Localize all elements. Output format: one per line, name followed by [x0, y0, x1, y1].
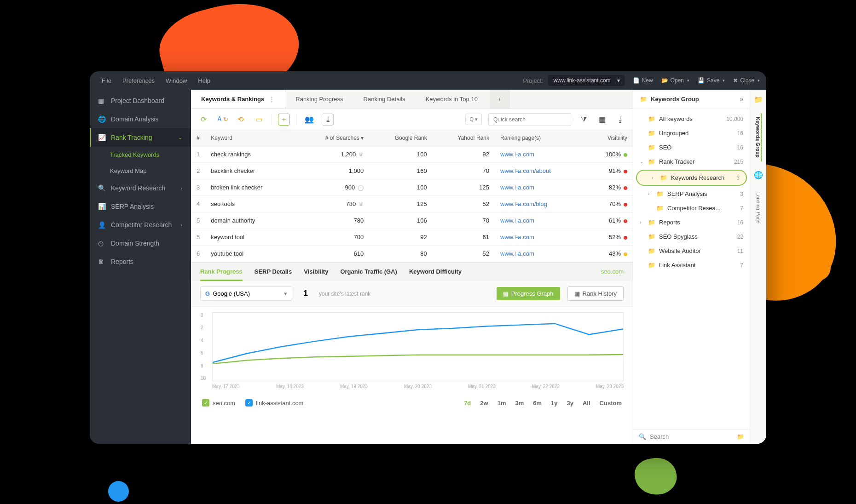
range-1m[interactable]: 1m	[497, 400, 506, 407]
dtab-rank-progress[interactable]: Rank Progress	[200, 268, 243, 281]
range-custom[interactable]: Custom	[600, 400, 622, 407]
menu-window[interactable]: Window	[160, 77, 192, 84]
range-2w[interactable]: 2w	[480, 400, 488, 407]
cell-visibility: 91%	[585, 163, 633, 179]
close-button[interactable]: ✖Close▾	[733, 77, 760, 84]
collapse-icon[interactable]: »	[740, 96, 743, 103]
rp-item[interactable]: ›📁Reports16	[633, 215, 750, 229]
nav-project-dashboard[interactable]: ▦ Project Dashboard	[90, 92, 191, 110]
refresh3-icon[interactable]: ⟲	[234, 114, 246, 126]
tab-ranking-progress[interactable]: Ranking Progress	[285, 90, 353, 109]
tab-add[interactable]: +	[490, 90, 510, 109]
menu-file[interactable]: File	[96, 77, 117, 84]
table-row[interactable]: 5domain authority78010670www.l-a.com61%	[191, 212, 633, 229]
page-link[interactable]: www.l-a.com/blog	[500, 200, 547, 207]
vtab-keywords-group[interactable]: Keywords Group	[755, 113, 762, 161]
rp-item[interactable]: 📁Competitor Resea...7	[633, 201, 750, 215]
page-link[interactable]: www.l-a.com	[500, 217, 534, 224]
close-icon: ✖	[733, 77, 738, 84]
rp-item[interactable]: ⌄📁Rank Tracker215	[633, 155, 750, 169]
legend-link-assistant[interactable]: ✓ link-assistant.com	[245, 399, 303, 407]
progress-graph-button[interactable]: ▤Progress Graph	[497, 287, 560, 300]
nav-keyword-map[interactable]: Keyword Map	[90, 163, 191, 179]
rp-item[interactable]: 📁Ungrouped16	[633, 126, 750, 140]
table-row[interactable]: 3broken link checker900◯100125www.l-a.co…	[191, 179, 633, 196]
col-keyword[interactable]: Keyword	[205, 130, 297, 146]
col-searches[interactable]: # of Searches ▾	[297, 130, 369, 146]
dtab-visibility[interactable]: Visibility	[304, 268, 328, 281]
dtab-keyword-difficulty[interactable]: Keyword Difficulty	[409, 268, 462, 281]
add-icon[interactable]: +	[278, 114, 290, 126]
open-button[interactable]: 📂Open▾	[661, 77, 689, 84]
cell-page: www.l-a.com	[495, 229, 585, 246]
table-row[interactable]: 4seo tools780♛12552www.l-a.com/blog70%	[191, 196, 633, 212]
range-all[interactable]: All	[583, 400, 590, 407]
save-button[interactable]: 💾Save▾	[698, 77, 725, 84]
wallet-icon[interactable]: ▭	[253, 114, 265, 126]
new-button[interactable]: 📄New	[633, 77, 653, 84]
dtab-organic-traffic[interactable]: Organic Traffic (GA)	[340, 268, 397, 281]
vtab-landing-page[interactable]: Landing Page	[756, 189, 761, 227]
col-yahoo[interactable]: Yahoo! Rank	[433, 130, 495, 146]
detail-site-link[interactable]: seo.com	[601, 268, 624, 281]
col-idx[interactable]: #	[191, 130, 205, 146]
menu-help[interactable]: Help	[192, 77, 216, 84]
nav-competitor-research[interactable]: 👤 Competitor Research ›	[90, 216, 191, 234]
table-row[interactable]: 1check rankings1,200♛10092www.l-a.com100…	[191, 146, 633, 163]
quick-search-input[interactable]	[488, 113, 571, 126]
rp-search-input[interactable]	[650, 433, 733, 440]
table-row[interactable]: 6youtube tool6108052www.l-a.com43%	[191, 246, 633, 262]
rp-item[interactable]: 📁Website Auditor11	[633, 244, 750, 258]
table-row[interactable]: 2backlink checker1,00016070www.l-a.com/a…	[191, 163, 633, 179]
range-1y[interactable]: 1y	[551, 400, 557, 407]
nav-tracked-keywords[interactable]: Tracked Keywords	[90, 147, 191, 163]
nav-rank-tracking[interactable]: 📈 Rank Tracking ⌄	[90, 128, 191, 147]
rp-item[interactable]: 📁SEO Spyglass22	[633, 229, 750, 244]
add-folder-icon[interactable]: 📁	[737, 433, 744, 440]
rp-item[interactable]: ›📁SERP Analysis3	[633, 187, 750, 201]
refresh-icon[interactable]: ⟳	[197, 114, 209, 126]
col-visibility[interactable]: Visibility	[585, 130, 633, 146]
nav-serp-analysis[interactable]: 📊 SERP Analysis	[90, 197, 191, 216]
y-tick: 0	[201, 313, 206, 318]
export-icon[interactable]: ⤓	[322, 114, 334, 126]
nav-domain-analysis[interactable]: 🌐 Domain Analysis	[90, 110, 191, 128]
download-icon[interactable]: ⭳	[614, 114, 626, 126]
col-pages[interactable]: Ranking page(s)	[495, 130, 585, 146]
page-link[interactable]: www.l-a.com	[500, 151, 534, 158]
nav-reports[interactable]: 🗎 Reports	[90, 252, 191, 271]
legend-seo[interactable]: ✓ seo.com	[202, 399, 235, 407]
engine-select[interactable]: GGoogle (USA)	[200, 286, 292, 301]
people-icon[interactable]: 👥	[303, 114, 315, 126]
page-link[interactable]: www.l-a.com	[500, 234, 534, 241]
table-row[interactable]: 5keyword tool7009261www.l-a.com52%	[191, 229, 633, 246]
page-link[interactable]: www.l-a.com/about	[500, 167, 551, 174]
menu-preferences[interactable]: Preferences	[117, 77, 160, 84]
dtab-serp-details[interactable]: SERP Details	[254, 268, 292, 281]
tab-keywords-top10[interactable]: Keywords in Top 10	[416, 90, 488, 109]
tab-keywords-rankings[interactable]: Keywords & Rankings⋮	[191, 90, 285, 109]
tab-ranking-details[interactable]: Ranking Details	[353, 90, 416, 109]
range-6m[interactable]: 6m	[533, 400, 542, 407]
nav-domain-strength[interactable]: ◷ Domain Strength	[90, 234, 191, 252]
range-7d[interactable]: 7d	[464, 400, 471, 407]
sort-icon: ▾	[361, 135, 364, 141]
range-3m[interactable]: 3m	[515, 400, 524, 407]
q-dropdown[interactable]: Q ▾	[465, 114, 482, 125]
grid-icon[interactable]: ▦	[596, 114, 608, 126]
rank-history-button[interactable]: ▦Rank History	[567, 286, 624, 301]
rp-item[interactable]: 📁Link Assistant7	[633, 258, 750, 272]
nav-keyword-research[interactable]: 🔍 Keyword Research ›	[90, 179, 191, 197]
rp-item[interactable]: 📁All keywords10,000	[633, 112, 750, 126]
filter-icon[interactable]: ⧩	[578, 114, 590, 126]
refresh2-icon[interactable]: Ａ↻	[216, 114, 228, 126]
rp-item[interactable]: ›📁Keywords Research3	[636, 170, 747, 186]
project-select[interactable]: www.link-assistant.com	[548, 75, 625, 86]
rp-item[interactable]: 📁SEO16	[633, 140, 750, 155]
project-label: Project:	[523, 77, 543, 84]
range-3y[interactable]: 3y	[567, 400, 573, 407]
page-link[interactable]: www.l-a.com	[500, 184, 534, 191]
circle-icon: ◯	[358, 184, 364, 191]
page-link[interactable]: www.l-a.com	[500, 250, 534, 257]
col-google[interactable]: Google Rank	[369, 130, 433, 146]
